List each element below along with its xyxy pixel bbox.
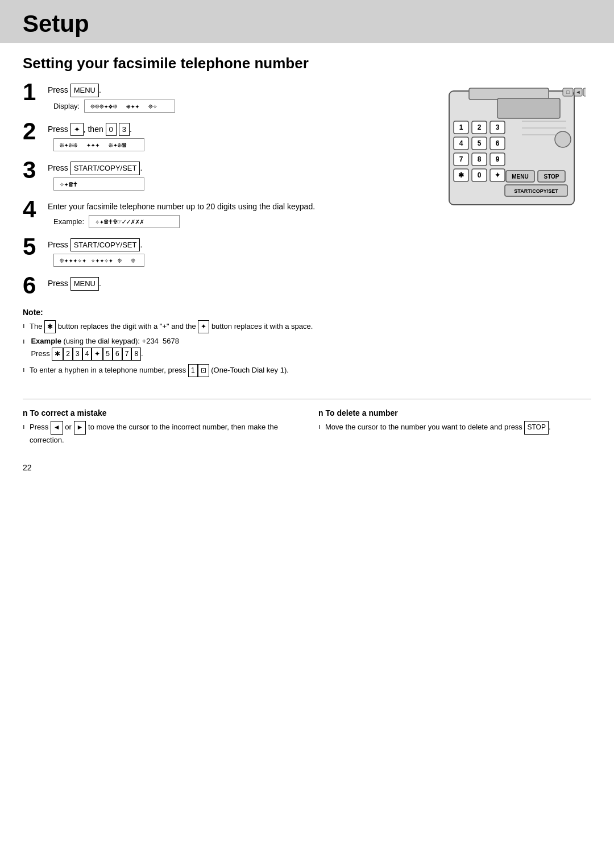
stop-key: STOP bbox=[524, 421, 548, 434]
svg-rect-2 bbox=[497, 98, 560, 118]
svg-text:✱: ✱ bbox=[458, 171, 464, 179]
step-2-then: , then bbox=[84, 125, 106, 134]
step-5: 5 Press START/COPY/SET. ❊✦✦✦✧✦ ✧✦✦✧✦ ❊ ❊ bbox=[23, 237, 421, 271]
step-3-display-row: ✧✦☎✝ bbox=[53, 177, 421, 191]
step-1-display-row: Display: ❊❊❊✦❖❊ ❋✦✦ ❊✧ bbox=[53, 100, 421, 113]
step-1-number: 1 bbox=[23, 80, 48, 104]
step-6-number: 6 bbox=[23, 274, 48, 297]
step-3-key[interactable]: START/COPY/SET bbox=[70, 162, 140, 175]
note-2-press: Press bbox=[23, 349, 52, 358]
step-2-number: 2 bbox=[23, 119, 48, 143]
note-1-hash-key: ✦ bbox=[198, 320, 209, 333]
svg-point-39 bbox=[555, 131, 571, 147]
step-6-text: Press MENU. bbox=[48, 277, 421, 291]
step-4-text: Enter your facsimile telephone number up… bbox=[48, 201, 421, 213]
step-1-content: Press MENU. Display: ❊❊❊✦❖❊ ❋✦✦ ❊✧ bbox=[48, 82, 421, 116]
note-item-3: To enter a hyphen in a telephone number,… bbox=[23, 364, 421, 377]
step-6-key[interactable]: MENU bbox=[70, 277, 99, 291]
note-1-text: button replaces the digit with a "+" and… bbox=[56, 322, 198, 330]
step-2-key1[interactable]: ✦ bbox=[70, 123, 84, 137]
step-5-display-row: ❊✦✦✦✧✦ ✧✦✦✧✦ ❊ ❊ bbox=[53, 254, 421, 267]
steps-area: 1 Press MENU. Display: ❊❊❊✦❖❊ ❋✦✦ ❊✧ 2 bbox=[23, 82, 432, 387]
right-arrow-key: ► bbox=[74, 421, 86, 434]
page-title: Setup bbox=[23, 10, 591, 38]
step-1-display-box: ❊❊❊✦❖❊ ❋✦✦ ❊✧ bbox=[84, 100, 175, 113]
step-5-content: Press START/COPY/SET. ❊✦✦✦✧✦ ✧✦✦✧✦ ❊ ❊ bbox=[48, 237, 421, 271]
note-1-star-key: ✱ bbox=[44, 320, 56, 333]
svg-text:□: □ bbox=[566, 89, 570, 95]
note-item-2: Example (using the dial keypad): +234 56… bbox=[23, 336, 421, 361]
bottom-section: n To correct a mistake Press ◄ or ► to m… bbox=[23, 408, 591, 446]
step-4-example-label: Example: bbox=[53, 217, 84, 226]
note-2-4: 4 bbox=[82, 348, 92, 361]
step-4-example-box: ✧✦☎✝✞☞✓✓✗✗✗ bbox=[89, 215, 180, 228]
note-title: Note: bbox=[23, 308, 421, 317]
delete-number-bullet: n bbox=[318, 408, 325, 418]
step-2-key-0[interactable]: 0 bbox=[106, 123, 117, 137]
step-6: 6 Press MENU. bbox=[23, 276, 421, 297]
note-3-text: To enter a hyphen in a telephone number,… bbox=[30, 366, 188, 374]
step-4: 4 Enter your facsimile telephone number … bbox=[23, 200, 421, 232]
note-2-period: . bbox=[141, 349, 143, 358]
note-2-5: 5 bbox=[103, 348, 113, 361]
page-header: Setup bbox=[0, 0, 614, 43]
svg-text:4: 4 bbox=[459, 139, 463, 147]
step-1: 1 Press MENU. Display: ❊❊❊✦❖❊ ❋✦✦ ❊✧ bbox=[23, 82, 421, 116]
left-arrow-key: ◄ bbox=[51, 421, 63, 434]
step-5-press-label: Press bbox=[48, 240, 70, 249]
step-2-key-3[interactable]: 3 bbox=[119, 123, 130, 137]
step-3-press-label: Press bbox=[48, 163, 70, 172]
svg-text:STOP: STOP bbox=[544, 173, 559, 180]
step-6-period: . bbox=[99, 279, 101, 288]
svg-text:9: 9 bbox=[496, 155, 500, 163]
step-2-press-label: Press bbox=[48, 125, 70, 134]
step-1-menu-key[interactable]: MENU bbox=[70, 84, 99, 97]
step-5-key[interactable]: START/COPY/SET bbox=[70, 238, 140, 252]
step-2-content: Press ✦, then 0 3. ❊✦❊❊ ✦✦✦ ❊✦❊☎ bbox=[48, 122, 421, 155]
svg-text:5: 5 bbox=[478, 139, 482, 147]
note-2-prefix: Example (using the dial keypad): +234 56… bbox=[23, 337, 179, 345]
svg-rect-1 bbox=[469, 88, 549, 100]
note-2-6: 6 bbox=[113, 348, 122, 361]
section-title: Setting your facsimile telephone number bbox=[23, 55, 591, 72]
svg-text:3: 3 bbox=[496, 123, 500, 131]
step-4-number: 4 bbox=[23, 197, 48, 221]
step-1-press-label: Press bbox=[48, 85, 70, 94]
step-2-text: Press ✦, then 0 3. bbox=[48, 123, 421, 137]
svg-text:MENU: MENU bbox=[512, 173, 528, 180]
step-1-period: . bbox=[99, 85, 101, 94]
svg-text:◄: ◄ bbox=[576, 89, 581, 95]
correct-mistake-label: To correct a mistake bbox=[30, 408, 106, 418]
step-2: 2 Press ✦, then 0 3. ❊✦❊❊ ✦✦✦ ❊✦❊☎ bbox=[23, 122, 421, 155]
note-2-2: 2 bbox=[63, 348, 73, 361]
bottom-col-left: n To correct a mistake Press ◄ or ► to m… bbox=[23, 408, 296, 446]
step-2-period: . bbox=[130, 125, 132, 134]
step-4-content: Enter your facsimile telephone number up… bbox=[48, 200, 421, 232]
step-3-display-box: ✧✦☎✝ bbox=[53, 177, 144, 191]
svg-text:✦: ✦ bbox=[495, 171, 500, 179]
svg-text:6: 6 bbox=[496, 139, 500, 147]
step-3: 3 Press START/COPY/SET. ✧✦☎✝ bbox=[23, 160, 421, 194]
svg-text:0: 0 bbox=[478, 171, 482, 179]
device-illustration: □ ◄ ► 1 2 3 4 5 6 bbox=[438, 82, 586, 219]
note-2-8: 8 bbox=[131, 348, 141, 361]
svg-text:8: 8 bbox=[478, 155, 482, 163]
note-2-3: 3 bbox=[73, 348, 82, 361]
step-3-content: Press START/COPY/SET. ✧✦☎✝ bbox=[48, 160, 421, 194]
note-2-star: ✱ bbox=[52, 348, 63, 361]
step-6-press-label: Press bbox=[48, 279, 70, 288]
svg-text:2: 2 bbox=[478, 123, 482, 131]
svg-text:7: 7 bbox=[459, 155, 463, 163]
divider bbox=[23, 399, 591, 399]
step-5-period: . bbox=[140, 240, 142, 249]
note-3-key2: ⊡ bbox=[198, 364, 209, 377]
step-2-display-box: ❊✦❊❊ ✦✦✦ ❊✦❊☎ bbox=[53, 138, 144, 151]
correct-mistake-title: n To correct a mistake bbox=[23, 408, 296, 418]
delete-number-label: To delete a number bbox=[325, 408, 397, 418]
step-5-display-box: ❊✦✦✦✧✦ ✧✦✦✧✦ ❊ ❊ bbox=[53, 254, 144, 267]
svg-text:1: 1 bbox=[459, 123, 463, 131]
step-3-period: . bbox=[140, 163, 142, 172]
correct-mistake-item: Press ◄ or ► to move the cursor to the i… bbox=[23, 421, 296, 446]
note-2-hash: ✦ bbox=[92, 348, 103, 361]
note-3-key1: 1 bbox=[188, 364, 198, 377]
